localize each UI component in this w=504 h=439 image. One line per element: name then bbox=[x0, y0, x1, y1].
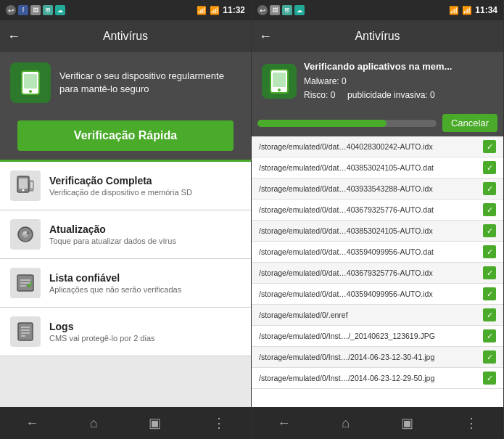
right-cloud-icon: ☁ bbox=[294, 5, 305, 15]
right-signal-icon: 📶 bbox=[462, 6, 472, 15]
back-icon: ↩ bbox=[6, 5, 16, 15]
file-check-icon bbox=[483, 350, 496, 364]
file-check-icon bbox=[483, 245, 496, 258]
right-home-nav-icon[interactable]: ⌂ bbox=[342, 416, 350, 431]
svg-rect-1 bbox=[24, 74, 37, 89]
svg-point-5 bbox=[22, 189, 25, 192]
update-text: Atualização Toque para atualizar dados d… bbox=[49, 223, 176, 245]
trusted-list-icon bbox=[10, 268, 41, 298]
file-path: /storage/emulated/0/dat…403594099956-AUT… bbox=[259, 247, 480, 256]
facebook-icon: f bbox=[18, 5, 28, 15]
right-phone-screen: ↩ 🖼 ⛨ ☁ 📶 📶 11:34 ← Antivírus Verificand… bbox=[252, 0, 504, 439]
left-time: 11:32 bbox=[223, 5, 245, 15]
malware-info: Malware: 0 bbox=[304, 75, 493, 89]
list-item: /storage/emulated/0/.enref bbox=[252, 305, 503, 326]
update-title: Atualização bbox=[49, 223, 176, 235]
scan-title: Verificando aplicativos na mem... bbox=[304, 60, 493, 75]
right-status-icons: ↩ 🖼 ⛨ ☁ bbox=[257, 5, 305, 15]
file-path: /storage/emulated/0/.enref bbox=[259, 311, 480, 319]
svg-point-20 bbox=[278, 89, 281, 91]
adware-label: publicidade invasiva: 0 bbox=[347, 90, 435, 100]
list-item: /storage/emulated/0/dat…403853024105-AUT… bbox=[252, 157, 503, 179]
risk-adware-info: Risco: 0 publicidade invasiva: 0 bbox=[304, 89, 493, 102]
home-nav-icon[interactable]: ⌂ bbox=[90, 416, 98, 431]
list-item: /storage/emulated/0/dat…404028300242-AUT… bbox=[252, 136, 503, 157]
wifi-icon: 📶 bbox=[197, 6, 207, 15]
progress-bar-inner bbox=[257, 120, 387, 127]
list-icon bbox=[15, 272, 36, 294]
svg-point-2 bbox=[29, 90, 32, 93]
file-path: /storage/emulated/0/Inst…/2014-06-23-12-… bbox=[259, 353, 480, 361]
right-status-bar: ↩ 🖼 ⛨ ☁ 📶 📶 11:34 bbox=[252, 0, 503, 20]
cancel-button[interactable]: Cancelar bbox=[442, 114, 497, 132]
scan-phone-icon bbox=[262, 64, 297, 99]
file-check-icon bbox=[483, 266, 496, 279]
file-list: /storage/emulated/0/dat…404028300242-AUT… bbox=[252, 136, 503, 407]
status-icons-left: ↩ f 🖼 ⛨ ☁ bbox=[6, 5, 65, 15]
file-path: /storage/emulated/0/Inst…/_20140623_1236… bbox=[259, 332, 480, 340]
file-check-icon bbox=[483, 372, 496, 385]
right-screen-title: Antivírus bbox=[355, 30, 400, 43]
back-nav-icon[interactable]: ← bbox=[25, 416, 38, 431]
left-back-button[interactable]: ← bbox=[7, 29, 20, 44]
list-item: /storage/emulated/0/Inst…/2014-06-23-12-… bbox=[252, 347, 503, 368]
trusted-list-subtitle: Aplicações que não serão verificadas bbox=[49, 285, 181, 294]
right-back-button[interactable]: ← bbox=[259, 29, 272, 44]
signal-icon: 📶 bbox=[210, 6, 220, 15]
phone-svg-icon bbox=[17, 70, 44, 96]
file-path: /storage/emulated/0/Inst…/2014-06-23-12-… bbox=[259, 374, 480, 382]
right-status-right: 📶 📶 11:34 bbox=[449, 5, 497, 15]
logs-text: Logs CMS vai protegê-lo por 2 dias bbox=[49, 321, 155, 342]
list-item: /storage/emulated/0/dat…403933543288-AUT… bbox=[252, 179, 503, 200]
hero-icon bbox=[10, 62, 51, 103]
quick-scan-wrapper: Verificação Rápida bbox=[0, 113, 251, 160]
full-scan-text: Verificação Completa Verificação de disp… bbox=[49, 175, 192, 197]
file-path: /storage/emulated/0/dat…404028300242-AUT… bbox=[259, 142, 480, 151]
file-check-icon bbox=[483, 287, 496, 300]
status-right: 📶 📶 11:32 bbox=[197, 5, 245, 15]
update-menu-item[interactable]: Atualização Toque para atualizar dados d… bbox=[0, 210, 251, 259]
scan-info-text: Verificando aplicativos na mem... Malwar… bbox=[304, 60, 493, 102]
progress-bar-row: Cancelar bbox=[252, 110, 503, 136]
right-recents-nav-icon[interactable]: ▣ bbox=[401, 415, 413, 431]
right-img-icon: 🖼 bbox=[270, 5, 280, 15]
full-scan-icon bbox=[10, 171, 41, 201]
list-item: /storage/emulated/0/dat…403679325776-AUT… bbox=[252, 263, 503, 284]
hero-description: Verificar o seu dispositivo regularmente… bbox=[59, 70, 241, 96]
hero-section: Verificar o seu dispositivo regularmente… bbox=[0, 52, 251, 113]
logs-subtitle: CMS vai protegê-lo por 2 dias bbox=[49, 334, 155, 342]
left-phone-screen: ↩ f 🖼 ⛨ ☁ 📶 📶 11:32 ← Antivírus bbox=[0, 0, 252, 439]
file-path: /storage/emulated/0/dat…403594099956-AUT… bbox=[259, 290, 480, 298]
right-security-icon: ⛨ bbox=[282, 5, 292, 15]
file-path: /storage/emulated/0/dat…403853024105-AUT… bbox=[259, 163, 480, 172]
full-scan-menu-item[interactable]: Verificação Completa Verificação de disp… bbox=[0, 162, 251, 210]
malware-label: Malware: 0 bbox=[304, 76, 347, 86]
full-scan-subtitle: Verificação de dispositivo e memória SD bbox=[49, 188, 192, 197]
update-subtitle: Toque para atualizar dados de vírus bbox=[49, 237, 176, 245]
scan-info-section: Verificando aplicativos na mem... Malwar… bbox=[252, 52, 503, 110]
trusted-list-menu-item[interactable]: Lista confiável Aplicações que não serão… bbox=[0, 259, 251, 308]
recents-nav-icon[interactable]: ▣ bbox=[149, 415, 161, 431]
quick-scan-button[interactable]: Verificação Rápida bbox=[17, 120, 234, 151]
right-menu-nav-icon[interactable]: ⋮ bbox=[465, 415, 478, 431]
risk-label: Risco: 0 bbox=[304, 90, 335, 100]
right-back-nav-icon[interactable]: ← bbox=[277, 416, 290, 431]
right-back-icon: ↩ bbox=[257, 5, 268, 15]
list-item: /storage/emulated/0/Inst…/2014-06-23-12-… bbox=[252, 368, 503, 389]
update-svg-icon bbox=[15, 223, 36, 245]
file-check-icon bbox=[483, 182, 496, 195]
device-icon bbox=[15, 175, 36, 197]
update-icon bbox=[10, 219, 41, 250]
file-check-icon bbox=[483, 329, 496, 342]
trusted-list-title: Lista confiável bbox=[49, 272, 181, 284]
logs-title: Logs bbox=[49, 321, 155, 332]
svg-rect-7 bbox=[30, 182, 33, 188]
progress-bar-outer bbox=[257, 120, 437, 127]
list-item: /storage/emulated/0/dat…403853024105-AUT… bbox=[252, 221, 503, 242]
trusted-list-text: Lista confiável Aplicações que não serão… bbox=[49, 272, 181, 294]
right-wifi-icon: 📶 bbox=[449, 6, 459, 15]
image-icon: 🖼 bbox=[30, 5, 41, 15]
menu-nav-icon[interactable]: ⋮ bbox=[212, 415, 226, 431]
logs-menu-item[interactable]: Logs CMS vai protegê-lo por 2 dias bbox=[0, 308, 251, 356]
left-bottom-nav: ← ⌂ ▣ ⋮ bbox=[0, 407, 251, 439]
